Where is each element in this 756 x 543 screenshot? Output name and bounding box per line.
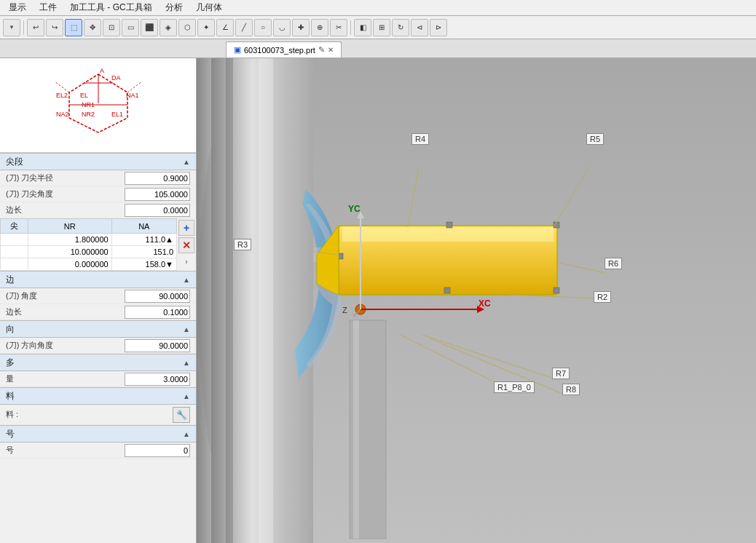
col-na: NA	[111, 219, 176, 234]
form-row-tip-radius: (刀) 刀尖半径	[0, 170, 196, 186]
toolbar: ▼ ↩ ↪ ⬚ ✥ ⊡ ▭ ⬛ ◈ ⬡ ✦ ∠ ╱ ○ ◡ ✚ ⊕ ✂ ◧ ⊞ …	[0, 16, 756, 39]
cell-type-2	[1, 246, 28, 258]
left-panel: A DA EL2 EL NR1 NR2 NA1 NA2 EL1 尖段 ▲ (刀)…	[0, 58, 197, 543]
input-dir-angle[interactable]	[125, 339, 190, 352]
input-edge-len2[interactable]	[125, 306, 190, 319]
svg-line-14	[127, 82, 142, 92]
table-row-area: 尖 NR NA 1.800000 111.0▲ 10.000000 151.0	[0, 218, 196, 271]
toolbar-btn-surface[interactable]: ◈	[160, 19, 177, 36]
menu-bar: 显示 工件 加工工具 - GC工具箱 分析 几何体	[0, 0, 756, 16]
axis-z-label: Z	[342, 306, 347, 314]
toolbar-btn-redo[interactable]: ↪	[46, 19, 63, 36]
svg-rect-22	[342, 227, 554, 242]
toolbar-btn-point[interactable]: ✦	[197, 19, 215, 36]
toolbar-btn-edge[interactable]: ∠	[216, 19, 234, 36]
section-header-direction[interactable]: 向 ▲	[0, 320, 196, 338]
svg-text:NR2: NR2	[82, 111, 95, 118]
section-label-edge: 边	[6, 274, 15, 286]
input-tip-radius[interactable]	[125, 172, 190, 185]
input-angle[interactable]	[125, 290, 190, 303]
label-edge-length: 边长	[6, 205, 125, 215]
cell-nr-3[interactable]: 0.000000	[28, 258, 111, 271]
section-header-multi[interactable]: 多 ▲	[0, 354, 196, 371]
toolbar-btn-view2[interactable]: ⊞	[373, 19, 390, 36]
toolbar-btn-undo[interactable]: ↩	[27, 19, 44, 36]
sep2	[350, 20, 351, 35]
carbide-settings-button[interactable]: 🔧	[173, 407, 190, 423]
toolbar-btn-move[interactable]: ✥	[84, 19, 101, 36]
form-row-tip-angle: (刀) 刀尖角度	[0, 186, 196, 202]
tab-main-file[interactable]: ▣ 603100073_step.prt ✎ ✕	[226, 41, 342, 58]
svg-line-13	[55, 82, 69, 92]
menu-geometry[interactable]: 几何体	[190, 0, 228, 15]
tab-close-button[interactable]: ✕	[328, 46, 334, 54]
cell-nr-2[interactable]: 10.000000	[28, 246, 111, 258]
section-label-direction: 向	[6, 323, 15, 336]
sep1	[23, 20, 24, 35]
form-row-number: 号	[0, 443, 196, 459]
table-row: 0.000000 158.0▼	[1, 258, 177, 271]
col-nr: NR	[28, 219, 111, 234]
section-header-number[interactable]: 号 ▲	[0, 425, 196, 443]
toolbar-btn-line[interactable]: ╱	[235, 19, 253, 36]
scene-svg	[197, 58, 756, 543]
input-tip-angle[interactable]	[125, 188, 190, 201]
viewport[interactable]: R4 R5 R3 R6 R2 R7 R8 R1_P8_0 XC YC Z	[197, 58, 756, 543]
toolbar-btn-circle[interactable]: ○	[254, 19, 272, 36]
input-quantity[interactable]	[125, 373, 190, 386]
section-label-material: 料	[6, 390, 15, 403]
tool-diagram-svg: A DA EL2 EL NR1 NR2 NA1 NA2 EL1	[25, 60, 171, 151]
form-row-edge-length: 边长	[0, 202, 196, 218]
toolbar-btn-more2[interactable]: ⊳	[430, 19, 447, 36]
menu-machining-tools[interactable]: 加工工具 - GC工具箱	[64, 0, 158, 15]
input-edge-length[interactable]	[125, 204, 190, 217]
section-label-number: 号	[6, 428, 15, 440]
tab-label: 603100073_step.prt	[244, 46, 315, 55]
menu-display[interactable]: 显示	[3, 0, 32, 15]
main-layout: A DA EL2 EL NR1 NR2 NA1 NA2 EL1 尖段 ▲ (刀)…	[0, 58, 756, 543]
toolbar-btn-box[interactable]: ▭	[122, 19, 139, 36]
toolbar-btn-refresh[interactable]: ↻	[392, 19, 409, 36]
toolbar-btn-measure[interactable]: ⊕	[311, 19, 328, 36]
cell-nr-1[interactable]: 1.800000	[28, 234, 111, 246]
label-tip-radius: (刀) 刀尖半径	[6, 173, 125, 183]
toolbar-btn-snap[interactable]: ⊡	[103, 19, 120, 36]
toolbar-btn-select[interactable]: ⬚	[65, 19, 82, 36]
table-row: 10.000000 151.0	[1, 246, 177, 258]
toolbar-btn-view1[interactable]: ◧	[354, 19, 371, 36]
section-header-edge[interactable]: 边 ▲	[0, 271, 196, 288]
col-tip: 尖	[1, 219, 28, 234]
svg-rect-20	[226, 58, 233, 543]
menu-workpiece[interactable]: 工件	[34, 0, 63, 15]
axis-xc-label: XC	[479, 298, 491, 309]
section-label-tip: 尖段	[6, 156, 23, 168]
collapse-icon-edge: ▲	[183, 276, 190, 284]
menu-analysis[interactable]: 分析	[160, 0, 189, 15]
nr-na-table: 尖 NR NA 1.800000 111.0▲ 10.000000 151.0	[0, 218, 177, 271]
toolbar-btn-curve[interactable]: ⬡	[178, 19, 196, 36]
tab-bar: ▣ 603100073_step.prt ✎ ✕	[0, 39, 756, 58]
svg-rect-26	[554, 288, 559, 293]
tab-icon: ▣	[234, 45, 241, 55]
scroll-more: ›	[178, 258, 194, 266]
toolbar-btn-arc[interactable]: ◡	[273, 19, 291, 36]
add-row-button[interactable]: +	[178, 220, 194, 236]
cell-type-1	[1, 234, 28, 246]
input-number[interactable]	[125, 444, 190, 457]
svg-rect-43	[353, 320, 359, 539]
toolbar-btn-more1[interactable]: ⊲	[411, 19, 428, 36]
remove-row-button[interactable]: ✕	[178, 237, 194, 253]
svg-text:EL2: EL2	[56, 92, 68, 99]
axis-yc-label: YC	[348, 204, 361, 214]
form-row-edge-len2: 边长	[0, 304, 196, 320]
section-header-tip[interactable]: 尖段 ▲	[0, 153, 196, 170]
section-header-material[interactable]: 料 ▲	[0, 387, 196, 405]
toolbar-dropdown1[interactable]: ▼	[3, 19, 20, 36]
toolbar-btn-cross[interactable]: ✚	[292, 19, 310, 36]
toolbar-btn-solid[interactable]: ⬛	[141, 19, 158, 36]
svg-rect-27	[444, 288, 450, 293]
form-row-angle: (刀) 角度	[0, 288, 196, 304]
toolbar-btn-delete[interactable]: ✂	[330, 19, 347, 36]
svg-text:A: A	[100, 67, 104, 74]
collapse-icon-direction: ▲	[183, 325, 190, 333]
